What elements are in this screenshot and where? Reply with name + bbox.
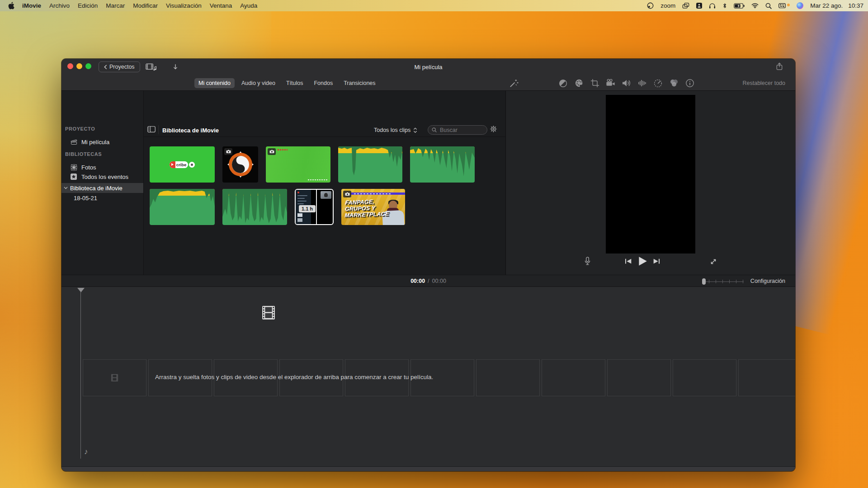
expand-icon[interactable] — [709, 258, 717, 267]
camera-badge-icon — [224, 148, 232, 155]
updown-chevrons-icon — [413, 127, 417, 133]
adjust-toolbar — [558, 75, 695, 91]
clip-audio-waveform-2[interactable] — [410, 146, 475, 183]
camera-badge-icon — [268, 148, 276, 155]
gear-icon[interactable] — [490, 125, 497, 135]
volume-icon[interactable] — [621, 79, 632, 87]
settings-button[interactable]: Configuración — [750, 278, 785, 284]
tab-row: Mi contenido Audio y video Títulos Fondo… — [61, 75, 795, 91]
sidebar-item-mi-pelicula[interactable]: Mi película — [70, 137, 109, 147]
sidebar-label: 18-05-21 — [74, 195, 97, 202]
header-divider — [158, 125, 159, 134]
speed-icon[interactable] — [653, 79, 663, 88]
timeline-zoom-slider[interactable] — [702, 278, 744, 285]
clip-dolphin-logo[interactable] — [222, 146, 258, 183]
menu-app-name[interactable]: iMovie — [18, 2, 45, 9]
filters-icon[interactable] — [669, 79, 679, 88]
spotlight-icon[interactable] — [765, 3, 772, 9]
window-stack-icon[interactable] — [682, 3, 689, 9]
imovie-window: Proyectos Mi película Mi contenido Audio… — [61, 59, 795, 471]
libraries-section-header: BIBLIOTECAS — [65, 151, 102, 157]
title-bar[interactable]: Proyectos Mi película — [61, 59, 795, 75]
sidebar-item-todos-los-eventos[interactable]: Todos los eventos — [70, 172, 128, 182]
menu-item-modificar[interactable]: Modificar — [129, 2, 162, 9]
tab-titulos[interactable]: Títulos — [282, 78, 307, 88]
menu-clock[interactable]: Mar 22 ago. 10:37 — [810, 2, 863, 9]
color-balance-icon[interactable] — [558, 79, 568, 88]
menu-item-visualizacion[interactable]: Visualización — [162, 2, 206, 9]
menu-item-ayuda[interactable]: Ayuda — [236, 2, 261, 9]
control-center-icon[interactable] — [778, 3, 790, 8]
clip-filter-dropdown[interactable]: Todos los clips — [374, 127, 417, 133]
obs-icon[interactable] — [647, 2, 654, 9]
white-marks — [308, 179, 328, 180]
red-marks — [278, 149, 288, 150]
scribe-logo: cribe — [170, 161, 195, 168]
stabilization-icon[interactable] — [605, 79, 616, 87]
sidebar-label: Todos los eventos — [81, 174, 128, 180]
search-icon — [432, 127, 437, 132]
menu-item-marcar[interactable]: Marcar — [102, 2, 129, 9]
clip-audio-waveform-4[interactable] — [222, 189, 287, 225]
crop-icon[interactable] — [590, 79, 600, 88]
webcam-thumbnail — [321, 191, 331, 199]
sidebar-label: Mi película — [81, 139, 109, 145]
play-badge-icon — [170, 161, 175, 168]
timeline[interactable]: Arrastra y suelta fotos y clips de video… — [61, 287, 795, 466]
search-input[interactable] — [439, 127, 482, 134]
sidebar-item-fotos[interactable]: Fotos — [70, 162, 96, 172]
enhance-wand-icon[interactable] — [505, 75, 519, 91]
clip-fanpage-thumbnail[interactable]: FANPAGE, GRUPOS Y MARKETPLACE — [341, 189, 405, 225]
transport-controls — [624, 256, 660, 268]
battery-icon[interactable] — [734, 3, 745, 9]
chevron-down-icon[interactable] — [63, 187, 68, 189]
browser-title: Biblioteca de iMovie — [162, 127, 219, 134]
menu-item-ventana[interactable]: Ventana — [206, 2, 236, 9]
tab-audio-y-video[interactable]: Audio y video — [237, 78, 279, 88]
sidebar: PROYECTO Mi película BIBLIOTECAS Fotos T… — [61, 91, 143, 275]
status-bar: 00:00 / 00:00 Configuración — [61, 275, 795, 287]
clip-screen-recording-selected[interactable]: 1.1 h — [295, 189, 334, 225]
clip-audio-waveform-3[interactable] — [150, 189, 215, 225]
app-status-icon[interactable] — [696, 3, 702, 9]
menu-item-archivo[interactable]: Archivo — [45, 2, 74, 9]
sidebar-label: Fotos — [81, 164, 96, 171]
playhead-icon[interactable] — [77, 288, 85, 292]
apple-menu[interactable] — [5, 2, 18, 9]
siri-icon[interactable] — [797, 2, 803, 9]
tab-transiciones[interactable]: Transiciones — [340, 78, 379, 88]
clip-placeholder — [738, 359, 795, 396]
viewer-panel — [505, 91, 795, 275]
bell-icon — [189, 162, 195, 168]
tab-fondos[interactable]: Fondos — [310, 78, 337, 88]
clip-filter-label: Todos los clips — [374, 127, 410, 133]
share-icon[interactable] — [776, 62, 783, 70]
search-field[interactable] — [428, 125, 487, 135]
window-title: Mi película — [61, 64, 795, 70]
menu-item-edicion[interactable]: Edición — [74, 2, 102, 9]
skip-back-icon[interactable] — [624, 258, 632, 266]
play-icon[interactable] — [637, 256, 648, 268]
menu-time: 10:37 — [848, 2, 863, 9]
microphone-icon[interactable] — [584, 257, 591, 267]
clip-audio-waveform-1[interactable] — [338, 146, 402, 183]
sidebar-item-event-18-05-21[interactable]: 18-05-21 — [74, 193, 97, 203]
clip-row-1: cribe — [150, 146, 475, 183]
headphones-icon[interactable] — [709, 3, 716, 9]
color-correction-icon[interactable] — [574, 78, 584, 88]
info-icon[interactable] — [684, 79, 695, 88]
tab-mi-contenido[interactable]: Mi contenido — [194, 78, 235, 88]
skip-forward-icon[interactable] — [652, 258, 660, 266]
noise-reduction-icon[interactable] — [637, 79, 647, 87]
sidebar-toggle-icon[interactable] — [147, 126, 156, 134]
wifi-icon[interactable] — [751, 3, 759, 9]
zoom-menu-item[interactable]: zoom — [660, 2, 675, 9]
reset-all-button[interactable]: Restablecer todo — [742, 80, 785, 86]
browser-header-line — [144, 136, 506, 137]
film-strip-icon — [262, 306, 275, 321]
bluetooth-icon[interactable] — [722, 3, 727, 9]
clip-green-scribe-logo[interactable]: cribe — [150, 146, 215, 183]
sidebar-item-biblioteca-de-imovie[interactable]: Biblioteca de iMovie — [63, 183, 123, 193]
clip-green-screen[interactable] — [266, 146, 330, 183]
slider-thumb[interactable] — [702, 278, 706, 285]
